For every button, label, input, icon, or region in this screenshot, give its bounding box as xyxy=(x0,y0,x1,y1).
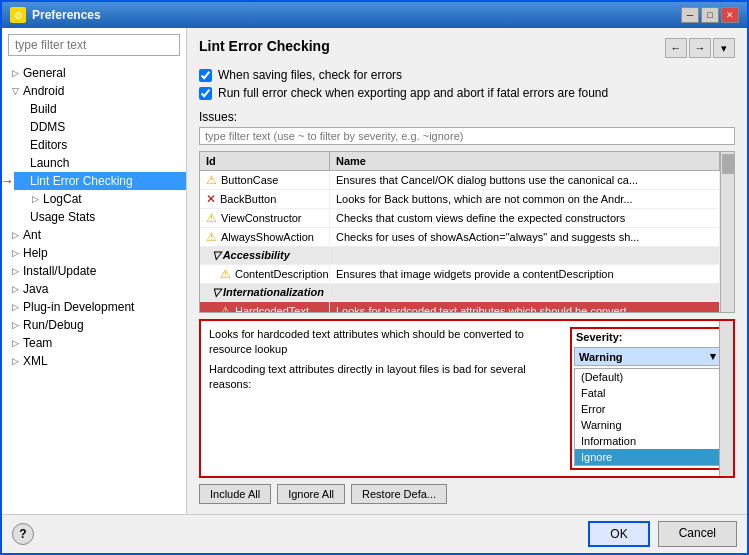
table-row[interactable]: ⚠ViewConstructor Checks that custom view… xyxy=(200,209,720,228)
row-name: Looks for Back buttons, which are not co… xyxy=(330,190,720,208)
sidebar-item-ddms[interactable]: DDMS xyxy=(14,118,186,136)
severity-option-warning[interactable]: Warning xyxy=(575,417,720,433)
severity-option-fatal[interactable]: Fatal xyxy=(575,385,720,401)
expand-icon: ▷ xyxy=(10,320,20,330)
sidebar-item-general[interactable]: ▷ General xyxy=(2,64,186,82)
sidebar-item-label: Ant xyxy=(23,228,41,242)
sidebar-item-label: Help xyxy=(23,246,48,260)
ignore-all-button[interactable]: Ignore All xyxy=(277,484,345,504)
expand-icon: ▷ xyxy=(10,248,20,258)
expand-icon: ▷ xyxy=(10,230,20,240)
close-button[interactable]: ✕ xyxy=(721,7,739,23)
sidebar-item-java[interactable]: ▷ Java xyxy=(2,280,186,298)
expand-icon: ▷ xyxy=(10,266,20,276)
title-controls: ─ □ ✕ xyxy=(681,7,739,23)
row-id: → ⚠HardcodedText xyxy=(200,302,330,312)
table-row[interactable]: ✕BackButton Looks for Back buttons, whic… xyxy=(200,190,720,209)
back-button[interactable]: ← xyxy=(665,38,687,58)
expand-icon: ▷ xyxy=(30,194,40,204)
scrollbar-thumb[interactable] xyxy=(722,154,734,174)
selection-arrow-icon: → xyxy=(2,173,14,189)
expand-icon: ▷ xyxy=(10,284,20,294)
severity-option-default[interactable]: (Default) xyxy=(575,369,720,385)
preferences-window: ⚙ Preferences ─ □ ✕ ▷ General ▽ Android xyxy=(0,0,749,555)
severity-option-ignore[interactable]: Ignore xyxy=(575,449,720,465)
severity-option-information[interactable]: Information xyxy=(575,433,720,449)
severity-label: Severity: xyxy=(572,329,723,345)
checkbox-row-1: When saving files, check for errors xyxy=(199,68,735,82)
restore-defaults-button[interactable]: Restore Defa... xyxy=(351,484,447,504)
group-name xyxy=(330,284,720,301)
expand-icon: ▽ xyxy=(10,86,20,96)
sidebar-item-plugin-dev[interactable]: ▷ Plug-in Development xyxy=(2,298,186,316)
action-buttons: Include All Ignore All Restore Defa... xyxy=(199,484,735,504)
title-bar-left: ⚙ Preferences xyxy=(10,7,101,23)
sidebar-item-label: Plug-in Development xyxy=(23,300,134,314)
sidebar-item-label: LogCat xyxy=(43,192,82,206)
row-name: Checks that custom views define the expe… xyxy=(330,209,720,227)
search-input[interactable] xyxy=(8,34,180,56)
sidebar-item-android[interactable]: ▽ Android xyxy=(2,82,186,100)
group-id: ▽ Internationalization xyxy=(200,284,330,301)
sidebar-item-logcat[interactable]: ▷ LogCat xyxy=(14,190,186,208)
row-name: Ensures that Cancel/OK dialog buttons us… xyxy=(330,171,720,189)
tree: ▷ General ▽ Android Build DDMS Edi xyxy=(2,62,186,514)
sidebar-item-label: Usage Stats xyxy=(30,210,95,224)
sidebar-item-team[interactable]: ▷ Team xyxy=(2,334,186,352)
table-row[interactable]: ⚠ButtonCase Ensures that Cancel/OK dialo… xyxy=(200,171,720,190)
table-row[interactable]: ⚠ContentDescription Ensures that image w… xyxy=(200,265,720,284)
include-all-button[interactable]: Include All xyxy=(199,484,271,504)
severity-option-error[interactable]: Error xyxy=(575,401,720,417)
checkbox-full-error-check[interactable] xyxy=(199,87,212,100)
description-body: Hardcoding text attributes directly in l… xyxy=(209,362,562,393)
ok-button[interactable]: OK xyxy=(588,521,649,547)
footer-right: OK Cancel xyxy=(588,521,737,547)
sidebar-item-label: Android xyxy=(23,84,64,98)
bottom-section: Looks for hardcoded text attributes whic… xyxy=(199,319,735,478)
sidebar-item-build[interactable]: Build xyxy=(14,100,186,118)
checkbox-saving-files[interactable] xyxy=(199,69,212,82)
issues-label: Issues: xyxy=(199,110,735,124)
group-id: ▽ Accessibility xyxy=(200,247,330,264)
maximize-button[interactable]: □ xyxy=(701,7,719,23)
window-title: Preferences xyxy=(32,8,101,22)
column-id: Id xyxy=(200,152,330,170)
sidebar-item-launch[interactable]: Launch xyxy=(14,154,186,172)
sidebar: ▷ General ▽ Android Build DDMS Edi xyxy=(2,28,187,514)
table-row[interactable]: ⚠AlwaysShowAction Checks for uses of sho… xyxy=(200,228,720,247)
footer-left: ? xyxy=(12,523,34,545)
sidebar-item-xml[interactable]: ▷ XML xyxy=(2,352,186,370)
issues-filter-input[interactable] xyxy=(199,127,735,145)
sidebar-item-ant[interactable]: ▷ Ant xyxy=(2,226,186,244)
bottom-content: Looks for hardcoded text attributes whic… xyxy=(209,327,725,470)
cancel-button[interactable]: Cancel xyxy=(658,521,737,547)
checkbox-row-2: Run full error check when exporting app … xyxy=(199,86,735,100)
minimize-button[interactable]: ─ xyxy=(681,7,699,23)
severity-select[interactable]: Warning ▾ xyxy=(574,347,721,366)
row-name: Ensures that image widgets provide a con… xyxy=(330,265,720,283)
sidebar-item-label: XML xyxy=(23,354,48,368)
severity-current: Warning xyxy=(579,351,623,363)
warning-icon: ⚠ xyxy=(220,304,231,312)
sidebar-item-run-debug[interactable]: ▷ Run/Debug xyxy=(2,316,186,334)
bottom-scrollbar[interactable] xyxy=(719,321,733,476)
sidebar-item-usage-stats[interactable]: Usage Stats xyxy=(14,208,186,226)
sidebar-item-label: Team xyxy=(23,336,52,350)
sidebar-item-editors[interactable]: Editors xyxy=(14,136,186,154)
sidebar-item-lint-error-checking[interactable]: → Lint Error Checking xyxy=(14,172,186,190)
dropdown-button[interactable]: ▾ xyxy=(713,38,735,58)
sidebar-item-label: General xyxy=(23,66,66,80)
table-row-selected[interactable]: → ⚠HardcodedText Looks for hardcoded tex… xyxy=(200,302,720,312)
sidebar-item-install-update[interactable]: ▷ Install/Update xyxy=(2,262,186,280)
sidebar-item-help[interactable]: ▷ Help xyxy=(2,244,186,262)
table-scrollbar[interactable] xyxy=(720,152,734,312)
sidebar-item-label: Java xyxy=(23,282,48,296)
sidebar-item-label: DDMS xyxy=(30,120,65,134)
forward-button[interactable]: → xyxy=(689,38,711,58)
panel-title: Lint Error Checking xyxy=(199,38,330,54)
row-name: Checks for uses of showAsAction="always"… xyxy=(330,228,720,246)
issues-table: Id Name ⚠ButtonCase Ensures that Cancel/… xyxy=(200,152,720,312)
help-button[interactable]: ? xyxy=(12,523,34,545)
dropdown-arrow-icon: ▾ xyxy=(710,350,716,363)
panel-toolbar: ← → ▾ xyxy=(665,38,735,58)
